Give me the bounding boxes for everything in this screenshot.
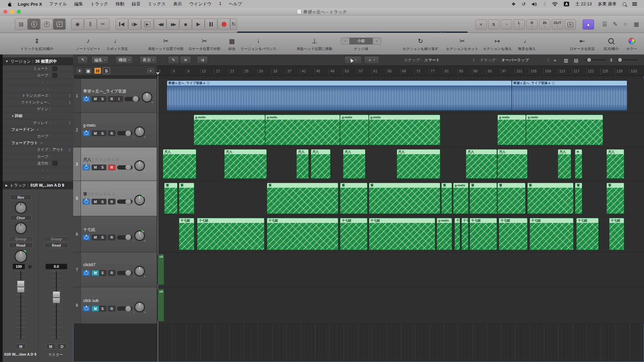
track-header-6[interactable]: 6十七絃MSRLR — [73, 216, 157, 252]
ruler-label-89[interactable]: 89 — [472, 68, 478, 74]
mute-button[interactable]: M — [92, 235, 99, 240]
bluetooth-icon[interactable] — [543, 2, 546, 6]
inspector-row-2[interactable]: - - — [3, 79, 73, 85]
volume-slider[interactable] — [117, 271, 133, 275]
ruler-label-25[interactable]: 25 — [243, 68, 249, 74]
vertical-zoom-slider[interactable] — [585, 59, 606, 60]
ruler-label-109[interactable]: 109 — [543, 68, 551, 74]
ruler-label-49[interactable]: 49 — [329, 68, 334, 74]
track-header-options-button[interactable]: ▾ — [146, 67, 155, 74]
volume-slider[interactable] — [117, 131, 133, 135]
region-6-4[interactable]: 十七絃 — [369, 218, 435, 250]
list-editors-icon[interactable]: ☰ — [602, 21, 607, 28]
edit-menu-button[interactable]: 編集∨ — [91, 56, 109, 64]
command-click-tool-menu[interactable]: ＋∨ — [364, 56, 379, 64]
solo-button[interactable]: S — [99, 96, 106, 102]
toolbar-item-spot-erase[interactable]: ♩スポット消去 — [106, 36, 128, 51]
menu-item-7[interactable]: 表示 — [173, 1, 182, 7]
checkbox[interactable] — [52, 161, 57, 166]
solo-button[interactable]: S — [99, 235, 106, 240]
ruler-label-37[interactable]: 37 — [286, 68, 292, 74]
record-button[interactable] — [217, 18, 230, 30]
bar-ruler[interactable]: 1591317212529333741454953576165697377818… — [157, 66, 644, 76]
ruler-label-85[interactable]: 85 — [457, 68, 463, 74]
region-6-9[interactable]: 十七絃 — [499, 218, 527, 250]
catch-playhead-button[interactable]: ⇉ — [197, 56, 208, 64]
track-on-button[interactable] — [83, 235, 90, 240]
left-click-tool-menu[interactable]: ∨ — [344, 56, 362, 64]
track-lane-8[interactable] — [157, 287, 644, 324]
ruler-label-13[interactable]: 13 — [200, 68, 206, 74]
flex-button[interactable]: ≋ — [180, 56, 191, 64]
track-header-1[interactable]: 1希望ヶ丘へ_ライブ音源MSRILR — [73, 79, 157, 113]
pan-knob[interactable]: LR — [142, 92, 152, 103]
ruler-label-65[interactable]: 65 — [386, 68, 392, 74]
toolbar-item-insert-silence[interactable]: ♩無音を挿入 — [518, 36, 536, 51]
inspector-row-7[interactable]: 詳細 — [3, 113, 73, 119]
rewind-button[interactable]: ◀◀ — [154, 18, 166, 30]
apple-menu-icon[interactable] — [7, 2, 11, 7]
track-name[interactable]: 尺八 | チャンネル 9 — [83, 157, 118, 163]
track-name[interactable]: click sub — [83, 298, 99, 303]
volume-slider[interactable] — [125, 97, 140, 101]
ruler-label-113[interactable]: 113 — [557, 68, 565, 74]
functions-menu-button[interactable]: 機能∨ — [115, 56, 133, 64]
region-6-12[interactable]: 十七絃 — [609, 218, 625, 250]
solo-tracks-button[interactable]: S — [103, 67, 110, 74]
solo-button[interactable]: S — [99, 130, 106, 136]
volume-fader-master[interactable] — [50, 271, 62, 339]
send-rev-button[interactable]: Rev — [10, 194, 32, 200]
toolbar-item-insert-section[interactable]: ↦セクションを挿入 — [483, 36, 511, 51]
notification-center-icon[interactable] — [632, 2, 637, 5]
stepper-control[interactable]: ∧∨ — [69, 148, 70, 152]
track-name[interactable]: click87 — [83, 262, 96, 267]
toolbar-item-move-playhead[interactable]: ⊥再生ヘッド位置に移動 — [297, 36, 332, 51]
automation-read-left[interactable]: Read — [9, 242, 33, 248]
region-6-10[interactable]: 十七絃 — [530, 218, 574, 250]
track-on-button[interactable] — [83, 130, 90, 136]
ruler-label-125[interactable]: 125 — [600, 68, 608, 74]
region-6-8[interactable]: 十七絃 — [469, 218, 497, 250]
duplicate-track-button[interactable]: ▣ — [85, 67, 92, 74]
inspector-row-14[interactable]: 逆方向 : — [3, 160, 73, 167]
pan-knob[interactable]: LR — [134, 126, 145, 137]
stepper-control[interactable]: ∧∨ — [69, 101, 70, 104]
go-to-beginning-button[interactable]: ◀ — [115, 18, 128, 30]
pan-value-left[interactable]: 100 — [13, 264, 25, 269]
toolbar-item-repeat-section[interactable]: ↻セクションを繰り返す — [403, 36, 439, 51]
punch-right-button[interactable]: R↓ — [526, 19, 538, 29]
region-7-0[interactable]: cli — [158, 254, 164, 285]
mute-button[interactable]: M — [92, 130, 99, 136]
inspector-row-11[interactable]: フェードアウト∨ — [3, 140, 73, 146]
menu-item-1[interactable]: ファイル — [49, 1, 67, 7]
auto-input-monitoring-button[interactable]: ⇅ — [488, 19, 499, 29]
track-on-button[interactable] — [83, 270, 90, 276]
volume-slider[interactable] — [117, 165, 133, 170]
record-enable-button[interactable]: R — [108, 165, 115, 170]
inspector-row-8[interactable]: ディレイ :∧∨ — [3, 120, 73, 126]
pan-knob[interactable]: LR — [134, 195, 145, 205]
mute-button[interactable]: M — [92, 199, 99, 204]
region-1-1[interactable]: 希望ヶ丘へ_ライブ音源.4ⓘ — [512, 80, 627, 111]
vertical-zoom-icon[interactable]: ▥ — [564, 58, 568, 63]
track-name[interactable]: 希望ヶ丘へ_ライブ音源 — [83, 88, 126, 94]
track-header-5[interactable]: 5箏 | チャンネル 1MSRLR — [73, 181, 157, 216]
ruler-label-73[interactable]: 73 — [414, 68, 420, 74]
inspector-row-value[interactable]: アウト — [52, 147, 64, 152]
volume-fader-left[interactable] — [15, 271, 27, 339]
inspector-row-9[interactable]: フェードイン∨ — [3, 126, 73, 133]
region-5-1[interactable]: 箏 — [179, 183, 194, 214]
region-3-3[interactable]: 尺八 — [311, 149, 331, 179]
record-enable-button[interactable]: R — [108, 96, 115, 102]
menu-item-6[interactable]: ミックス — [148, 1, 166, 7]
region-6-5[interactable]: g-melo — [437, 218, 452, 250]
toolbar-item-color[interactable]: カラー — [626, 36, 637, 51]
volume-value-master[interactable]: 0.0 — [46, 264, 67, 269]
library-toggle-button[interactable]: ▤ — [15, 18, 28, 30]
region-3-6[interactable]: 尺八 — [466, 149, 497, 179]
spotlight-icon[interactable] — [623, 2, 626, 6]
menu-item-2[interactable]: 編集 — [74, 1, 83, 7]
nudge-right-arrow[interactable]: › — [373, 38, 381, 44]
ruler-label-17[interactable]: 17 — [214, 68, 220, 74]
ruler-label-29[interactable]: 29 — [257, 68, 263, 74]
